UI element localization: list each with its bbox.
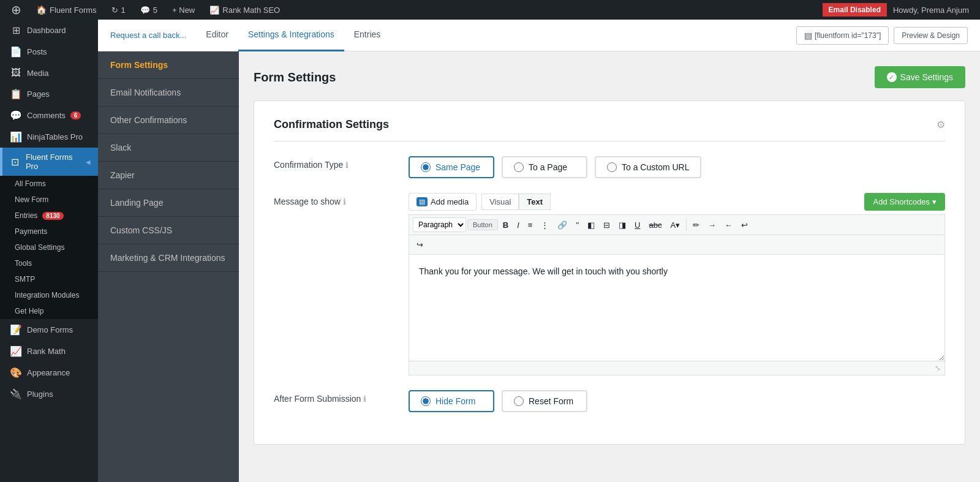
sidebar-item-appearance[interactable]: 🎨 Appearance <box>0 362 98 383</box>
align-right-button[interactable]: ◨ <box>615 218 630 232</box>
sidebar-item-fluentforms[interactable]: ⊡ Fluent Forms Pro ◀ <box>0 148 98 176</box>
wp-icon: ⊕ <box>11 2 21 17</box>
form-settings-item-custom-css-js[interactable]: Custom CSS/JS <box>98 217 239 244</box>
underline-button[interactable]: U <box>631 218 644 232</box>
submenu-payments[interactable]: Payments <box>0 224 98 239</box>
fluent-forms-submenu: All Forms New Form Entries 8130 Payments… <box>0 176 98 319</box>
visual-tab[interactable]: Visual <box>481 194 519 210</box>
home-icon: 🏠 <box>36 5 47 15</box>
submenu-new-form[interactable]: New Form <box>0 192 98 208</box>
refresh-icon: ↻ <box>111 6 118 15</box>
submenu-global-settings[interactable]: Global Settings <box>0 239 98 255</box>
save-settings-button[interactable]: ✓ Save Settings <box>875 66 965 88</box>
code-icon: ▤ <box>804 31 812 40</box>
form-settings-item-slack[interactable]: Slack <box>98 134 239 162</box>
form-settings-item-other-confirmations[interactable]: Other Confirmations <box>98 107 239 134</box>
text-color-button[interactable]: A▾ <box>666 218 684 232</box>
sidebar-item-comments[interactable]: 💬 Comments 6 <box>0 105 98 126</box>
rank-math-link[interactable]: 📈 Rank Math SEO <box>203 0 286 20</box>
shortcode-button[interactable]: ▤ [fluentform id="173"] <box>796 26 889 45</box>
strikethrough-button[interactable]: abc <box>645 218 665 232</box>
site-name[interactable]: 🏠 Fluent Forms <box>30 0 103 20</box>
new-content[interactable]: + New <box>166 0 201 20</box>
paragraph-select[interactable]: Paragraph Heading 1 Heading 2 <box>413 217 466 232</box>
italic-button[interactable]: I <box>513 218 523 232</box>
tab-entries[interactable]: Entries <box>344 20 391 51</box>
submenu-integration-modules[interactable]: Integration Modules <box>0 287 98 303</box>
after-form-submission-label: After Form Submission ℹ <box>274 390 396 404</box>
resize-handle: ⤡ <box>935 364 941 372</box>
wp-logo[interactable]: ⊕ <box>5 0 28 20</box>
form-settings-item-email-notifications[interactable]: Email Notifications <box>98 79 239 107</box>
submenu-smtp[interactable]: SMTP <box>0 271 98 287</box>
admin-bar: ⊕ 🏠 Fluent Forms ↻ 1 💬 5 + New 📈 Rank Ma… <box>0 0 980 20</box>
messages-link[interactable]: 💬 5 <box>134 0 164 20</box>
comments-link[interactable]: ↻ 1 <box>105 0 132 20</box>
ordered-list-button[interactable]: ⋮ <box>537 218 552 232</box>
sidebar-item-rank-math[interactable]: 📈 Rank Math <box>0 341 98 362</box>
tab-editor[interactable]: Editor <box>196 20 238 51</box>
sidebar-item-pages[interactable]: 📋 Pages <box>0 83 98 105</box>
message-to-show-label: Message to show ℹ <box>274 193 396 206</box>
message-info-icon[interactable]: ℹ <box>343 197 346 206</box>
user-greeting: Howdy, Prema Anjum <box>887 6 975 15</box>
button-pill[interactable]: Button <box>467 219 498 230</box>
blockquote-button[interactable]: " <box>572 218 582 232</box>
link-button[interactable]: 🔗 <box>554 218 571 232</box>
after-form-info-icon[interactable]: ℹ <box>363 394 366 404</box>
add-shortcodes-button[interactable]: Add Shortcodes ▾ <box>864 193 945 211</box>
radio-reset-form[interactable]: Reset Form <box>502 390 587 412</box>
gear-settings-button[interactable]: ⚙ <box>937 119 945 130</box>
add-media-button[interactable]: ▤ Add media <box>409 193 477 211</box>
sidebar-item-posts[interactable]: 📄 Posts <box>0 41 98 62</box>
submenu-tools[interactable]: Tools <box>0 255 98 271</box>
form-settings-item-marketing-crm[interactable]: Marketing & CRM Integrations <box>98 244 239 272</box>
plugins-icon: 🔌 <box>10 388 22 400</box>
sidebar-item-demo-forms[interactable]: 📝 Demo Forms <box>0 319 98 341</box>
outdent-button[interactable]: ← <box>721 218 736 232</box>
sidebar-item-media[interactable]: 🖼 Media <box>0 62 98 83</box>
form-settings-sidebar: Form Settings Email Notifications Other … <box>98 51 239 482</box>
bold-button[interactable]: B <box>499 218 512 232</box>
redo-button[interactable]: ↪ <box>413 238 427 252</box>
email-disabled-badge: Email Disabled <box>823 3 887 17</box>
header-actions: ▤ [fluentform id="173"] Preview & Design <box>796 26 968 45</box>
sidebar-item-dashboard[interactable]: ⊞ Dashboard <box>0 20 98 41</box>
text-tab[interactable]: Text <box>519 194 551 210</box>
confirmation-type-info-icon[interactable]: ℹ <box>345 160 349 170</box>
radio-custom-url[interactable]: To a Custom URL <box>595 156 701 178</box>
radio-same-page[interactable]: Same Page <box>409 156 494 178</box>
rank-math-sidebar-icon: 📈 <box>10 345 22 357</box>
editor-content-area[interactable]: Thank you for your message. We will get … <box>409 254 945 361</box>
confirmation-settings-card: Confirmation Settings ⚙ Confirmation Typ… <box>254 100 965 445</box>
radio-to-page[interactable]: To a Page <box>502 156 587 178</box>
appearance-icon: 🎨 <box>10 367 22 378</box>
media-upload-icon: ▤ <box>417 197 428 206</box>
undo-button[interactable]: ↩ <box>737 218 752 232</box>
admin-sidebar: ⊞ Dashboard 📄 Posts 🖼 Media 📋 Pages 💬 Co… <box>0 20 98 482</box>
submenu-get-help[interactable]: Get Help <box>0 303 98 319</box>
confirmation-type-row: Confirmation Type ℹ Same Page <box>274 156 945 178</box>
form-settings-item-landing-page[interactable]: Landing Page <box>98 189 239 217</box>
editor-toolbar-row2: ↪ <box>409 235 945 254</box>
submenu-entries[interactable]: Entries 8130 <box>0 208 98 224</box>
toolbar-divider <box>686 219 687 231</box>
media-icon: 🖼 <box>10 67 22 78</box>
form-settings-item-form-settings[interactable]: Form Settings <box>98 51 239 79</box>
radio-hide-form[interactable]: Hide Form <box>409 390 494 412</box>
indent-button[interactable]: → <box>704 218 720 232</box>
unordered-list-button[interactable]: ≡ <box>524 218 537 232</box>
edit-link-button[interactable]: ✏ <box>689 218 703 232</box>
align-left-button[interactable]: ◧ <box>584 218 598 232</box>
dashboard-icon: ⊞ <box>10 24 22 36</box>
align-center-button[interactable]: ⊟ <box>600 218 614 232</box>
editor-toolbar: Paragraph Heading 1 Heading 2 Button B I… <box>409 214 945 235</box>
breadcrumb-link[interactable]: Request a call back... <box>110 31 186 40</box>
tab-settings-integrations[interactable]: Settings & Integrations <box>238 20 344 51</box>
submenu-all-forms[interactable]: All Forms <box>0 176 98 192</box>
form-settings-item-zapier[interactable]: Zapier <box>98 162 239 189</box>
sidebar-item-ninjatables[interactable]: 📊 NinjaTables Pro <box>0 126 98 148</box>
sidebar-item-plugins[interactable]: 🔌 Plugins <box>0 383 98 405</box>
preview-design-button[interactable]: Preview & Design <box>894 27 968 44</box>
chevron-icon: ◀ <box>86 159 91 165</box>
